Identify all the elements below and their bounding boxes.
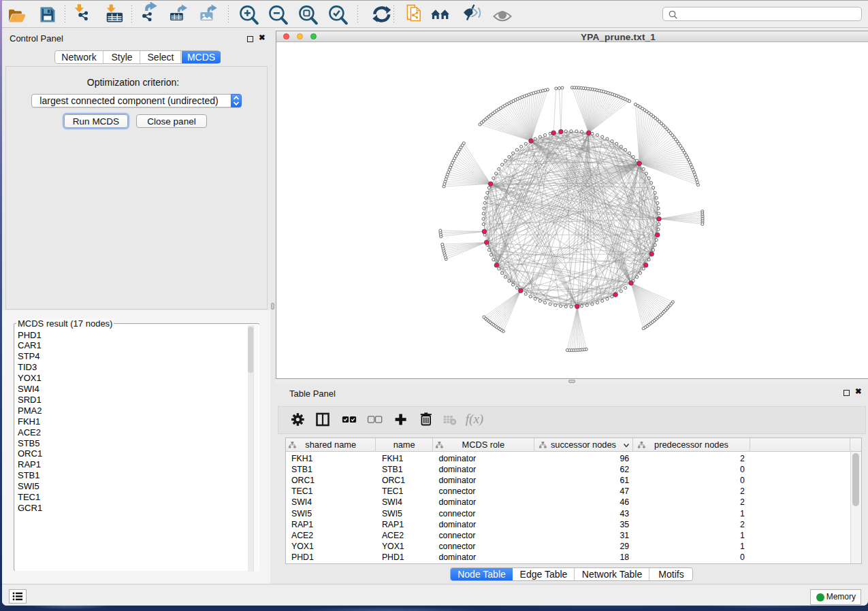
svg-text:f(x): f(x) [466,412,483,427]
